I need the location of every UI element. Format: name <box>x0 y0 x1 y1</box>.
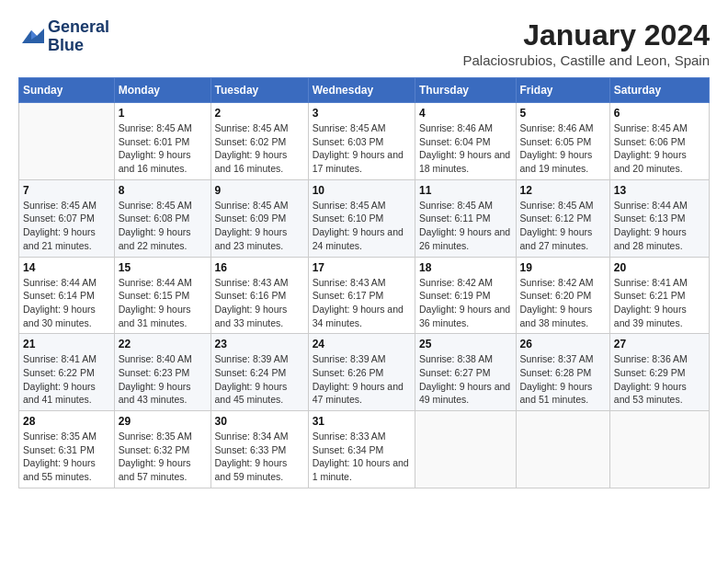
calendar-week-row: 1Sunrise: 8:45 AMSunset: 6:01 PMDaylight… <box>19 103 710 180</box>
day-number: 21 <box>23 338 110 350</box>
day-number: 2 <box>215 107 304 120</box>
calendar-cell <box>19 103 115 180</box>
day-info: Sunrise: 8:45 AMSunset: 6:10 PMDaylight:… <box>313 199 411 253</box>
calendar-cell: 15Sunrise: 8:44 AMSunset: 6:15 PMDayligh… <box>114 257 210 334</box>
calendar-cell: 12Sunrise: 8:45 AMSunset: 6:12 PMDayligh… <box>516 179 609 257</box>
day-number: 31 <box>313 415 411 428</box>
logo-line2: Blue <box>48 37 109 55</box>
calendar-cell: 11Sunrise: 8:45 AMSunset: 6:11 PMDayligh… <box>415 179 516 257</box>
day-number: 1 <box>119 107 207 120</box>
day-number: 10 <box>313 184 411 197</box>
day-info: Sunrise: 8:44 AMSunset: 6:13 PMDaylight:… <box>614 199 705 253</box>
calendar-cell: 16Sunrise: 8:43 AMSunset: 6:16 PMDayligh… <box>210 257 308 334</box>
calendar-cell: 9Sunrise: 8:45 AMSunset: 6:09 PMDaylight… <box>210 179 308 257</box>
header-day-thursday: Thursday <box>415 78 516 103</box>
calendar-cell: 22Sunrise: 8:40 AMSunset: 6:23 PMDayligh… <box>114 334 210 411</box>
title-area: January 2024 Palaciosrubios, Castille an… <box>463 18 711 68</box>
day-number: 17 <box>313 261 411 274</box>
day-number: 28 <box>23 415 110 428</box>
day-number: 6 <box>614 107 705 120</box>
day-number: 20 <box>614 261 705 274</box>
calendar-cell: 25Sunrise: 8:38 AMSunset: 6:27 PMDayligh… <box>415 334 516 411</box>
header-day-friday: Friday <box>516 78 609 103</box>
day-info: Sunrise: 8:45 AMSunset: 6:01 PMDaylight:… <box>119 121 207 176</box>
day-info: Sunrise: 8:37 AMSunset: 6:28 PMDaylight:… <box>520 352 606 407</box>
day-info: Sunrise: 8:45 AMSunset: 6:06 PMDaylight:… <box>614 121 705 176</box>
day-info: Sunrise: 8:45 AMSunset: 6:08 PMDaylight:… <box>119 199 207 253</box>
calendar-cell <box>415 411 516 488</box>
day-info: Sunrise: 8:43 AMSunset: 6:16 PMDaylight:… <box>215 276 304 330</box>
day-info: Sunrise: 8:44 AMSunset: 6:15 PMDaylight:… <box>119 276 207 330</box>
header: General Blue January 2024 Palaciosrubios… <box>18 18 710 68</box>
day-number: 13 <box>614 184 705 197</box>
day-info: Sunrise: 8:39 AMSunset: 6:24 PMDaylight:… <box>215 352 304 407</box>
day-info: Sunrise: 8:45 AMSunset: 6:07 PMDaylight:… <box>23 199 110 253</box>
day-number: 3 <box>313 107 411 120</box>
calendar-cell: 13Sunrise: 8:44 AMSunset: 6:13 PMDayligh… <box>609 179 709 257</box>
day-number: 30 <box>215 415 304 428</box>
logo-line1: General <box>48 18 109 37</box>
calendar-cell: 6Sunrise: 8:45 AMSunset: 6:06 PMDaylight… <box>609 103 709 180</box>
calendar-cell: 19Sunrise: 8:42 AMSunset: 6:20 PMDayligh… <box>516 257 609 334</box>
day-info: Sunrise: 8:40 AMSunset: 6:23 PMDaylight:… <box>119 352 207 407</box>
header-day-saturday: Saturday <box>609 78 709 103</box>
calendar-cell: 30Sunrise: 8:34 AMSunset: 6:33 PMDayligh… <box>210 411 308 488</box>
calendar-cell: 24Sunrise: 8:39 AMSunset: 6:26 PMDayligh… <box>308 334 415 411</box>
calendar-cell: 7Sunrise: 8:45 AMSunset: 6:07 PMDaylight… <box>19 179 115 257</box>
day-number: 12 <box>520 184 606 197</box>
calendar-week-row: 7Sunrise: 8:45 AMSunset: 6:07 PMDaylight… <box>19 179 710 257</box>
day-number: 25 <box>419 338 512 350</box>
header-day-tuesday: Tuesday <box>210 78 308 103</box>
calendar-cell: 18Sunrise: 8:42 AMSunset: 6:19 PMDayligh… <box>415 257 516 334</box>
day-number: 4 <box>419 107 512 120</box>
day-info: Sunrise: 8:45 AMSunset: 6:02 PMDaylight:… <box>215 121 304 176</box>
calendar-cell: 5Sunrise: 8:46 AMSunset: 6:05 PMDaylight… <box>516 103 609 180</box>
day-number: 24 <box>313 338 411 350</box>
calendar-cell: 8Sunrise: 8:45 AMSunset: 6:08 PMDaylight… <box>114 179 210 257</box>
day-number: 27 <box>614 338 705 350</box>
day-info: Sunrise: 8:45 AMSunset: 6:11 PMDaylight:… <box>419 199 512 253</box>
day-info: Sunrise: 8:35 AMSunset: 6:32 PMDaylight:… <box>119 430 207 484</box>
day-info: Sunrise: 8:41 AMSunset: 6:22 PMDaylight:… <box>23 352 110 407</box>
calendar-cell: 23Sunrise: 8:39 AMSunset: 6:24 PMDayligh… <box>210 334 308 411</box>
day-number: 16 <box>215 261 304 274</box>
calendar-cell: 21Sunrise: 8:41 AMSunset: 6:22 PMDayligh… <box>19 334 115 411</box>
calendar-cell: 31Sunrise: 8:33 AMSunset: 6:34 PMDayligh… <box>308 411 415 488</box>
day-number: 5 <box>520 107 606 120</box>
day-info: Sunrise: 8:41 AMSunset: 6:21 PMDaylight:… <box>614 276 705 330</box>
logo: General Blue <box>18 18 109 55</box>
day-number: 23 <box>215 338 304 350</box>
calendar-cell: 26Sunrise: 8:37 AMSunset: 6:28 PMDayligh… <box>516 334 609 411</box>
calendar-cell <box>516 411 609 488</box>
calendar-table: SundayMondayTuesdayWednesdayThursdayFrid… <box>18 77 710 488</box>
day-info: Sunrise: 8:44 AMSunset: 6:14 PMDaylight:… <box>23 276 110 330</box>
day-number: 9 <box>215 184 304 197</box>
calendar-title: January 2024 <box>463 18 711 52</box>
logo-icon <box>18 27 44 47</box>
day-info: Sunrise: 8:39 AMSunset: 6:26 PMDaylight:… <box>313 352 411 407</box>
day-number: 7 <box>23 184 110 197</box>
day-number: 8 <box>119 184 207 197</box>
day-number: 26 <box>520 338 606 350</box>
day-info: Sunrise: 8:35 AMSunset: 6:31 PMDaylight:… <box>23 430 110 484</box>
calendar-cell: 10Sunrise: 8:45 AMSunset: 6:10 PMDayligh… <box>308 179 415 257</box>
day-info: Sunrise: 8:43 AMSunset: 6:17 PMDaylight:… <box>313 276 411 330</box>
header-day-wednesday: Wednesday <box>308 78 415 103</box>
calendar-cell: 14Sunrise: 8:44 AMSunset: 6:14 PMDayligh… <box>19 257 115 334</box>
calendar-cell: 29Sunrise: 8:35 AMSunset: 6:32 PMDayligh… <box>114 411 210 488</box>
header-day-sunday: Sunday <box>19 78 115 103</box>
day-info: Sunrise: 8:38 AMSunset: 6:27 PMDaylight:… <box>419 352 512 407</box>
day-info: Sunrise: 8:36 AMSunset: 6:29 PMDaylight:… <box>614 352 705 407</box>
calendar-subtitle: Palaciosrubios, Castille and Leon, Spain <box>463 52 711 68</box>
day-info: Sunrise: 8:46 AMSunset: 6:05 PMDaylight:… <box>520 121 606 176</box>
day-info: Sunrise: 8:46 AMSunset: 6:04 PMDaylight:… <box>419 121 512 176</box>
calendar-cell: 17Sunrise: 8:43 AMSunset: 6:17 PMDayligh… <box>308 257 415 334</box>
day-info: Sunrise: 8:42 AMSunset: 6:19 PMDaylight:… <box>419 276 512 330</box>
day-number: 15 <box>119 261 207 274</box>
day-number: 18 <box>419 261 512 274</box>
day-number: 22 <box>119 338 207 350</box>
day-number: 29 <box>119 415 207 428</box>
calendar-cell <box>609 411 709 488</box>
day-info: Sunrise: 8:42 AMSunset: 6:20 PMDaylight:… <box>520 276 606 330</box>
day-number: 19 <box>520 261 606 274</box>
